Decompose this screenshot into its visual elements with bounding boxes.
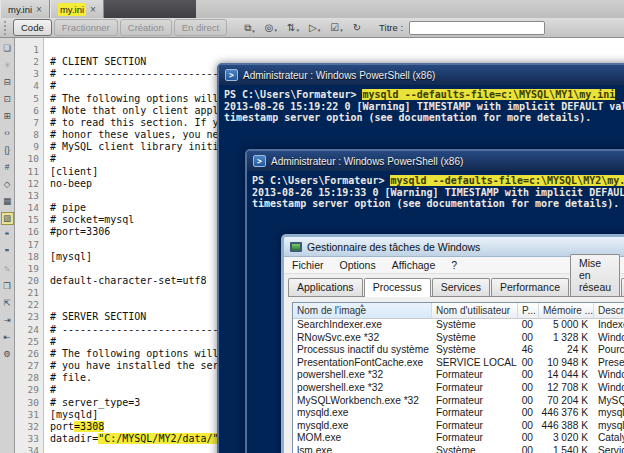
auto-indent-icon[interactable]: ▨ bbox=[1, 212, 14, 225]
table-cell: 00 bbox=[518, 319, 539, 332]
task-manager-title: Gestionnaire des tâches de Windows bbox=[307, 241, 480, 253]
table-cell: RNowSvc.exe *32 bbox=[293, 332, 432, 345]
refresh-icon[interactable]: ↻ bbox=[349, 21, 366, 34]
expand-all-icon[interactable]: ⊞ bbox=[1, 110, 14, 123]
code-line bbox=[50, 44, 624, 56]
line-number: 18 bbox=[15, 251, 39, 263]
table-cell: Windows bbox=[594, 332, 624, 345]
line-number: 12 bbox=[15, 178, 39, 190]
table-row[interactable]: powershell.exe *32Formateur0012 708 KWin… bbox=[293, 382, 624, 395]
table-row[interactable]: RNowSvc.exe *32Système001 328 KWindows bbox=[293, 332, 624, 345]
table-cell: Formateur bbox=[432, 420, 518, 433]
line-number: 21 bbox=[15, 287, 39, 299]
tab-applications[interactable]: Applications bbox=[288, 278, 363, 296]
table-row[interactable]: PresentationFontCache.exeSERVICE LOCAL00… bbox=[293, 357, 624, 370]
powershell-1-title: Administrateur : Windows PowerShell (x86… bbox=[243, 70, 435, 81]
table-row[interactable]: Processus inactif du systèmeSystème4624 … bbox=[293, 344, 624, 357]
processes-panel: Nom de l'image▲Nom d'utilisateurP...Mémo… bbox=[288, 296, 624, 453]
table-row[interactable]: powershell.exe *32Formateur0014 044 KWin… bbox=[293, 369, 624, 382]
syntax-coloring-icon[interactable]: ▦ bbox=[1, 195, 14, 208]
powershell-1-titlebar[interactable]: > Administrateur : Windows PowerShell (x… bbox=[219, 65, 624, 85]
remove-comment-icon[interactable]: ❞ bbox=[1, 246, 14, 259]
view-button-création[interactable]: Création bbox=[120, 19, 172, 36]
tab-services[interactable]: Services bbox=[432, 278, 490, 296]
command-text: mysqld --defaults-file=c:\MYSQL\MY2\my.i… bbox=[390, 175, 624, 186]
close-tab-icon[interactable]: × bbox=[36, 4, 42, 15]
view-button-fractionner[interactable]: Fractionner bbox=[54, 19, 118, 36]
table-row[interactable]: MOM.exeFormateur003 020 KCatalyst bbox=[293, 432, 624, 445]
document-toolbar: CodeFractionnerCréationEn direct ⧉◎⇅▷☑↻ … bbox=[0, 18, 624, 38]
menu-item-?[interactable]: ? bbox=[443, 259, 465, 271]
line-number: 7 bbox=[15, 117, 39, 129]
line-number: 14 bbox=[15, 202, 39, 214]
move-css-rule-icon[interactable]: ⇱ bbox=[1, 297, 14, 310]
collapse-selection-icon[interactable]: ⊡ bbox=[1, 93, 14, 106]
column-header-descripti[interactable]: Descripti... bbox=[594, 303, 624, 319]
check-browser-compat-icon[interactable]: ☑ bbox=[326, 21, 346, 34]
menu-item-options[interactable]: Options bbox=[332, 259, 384, 271]
balance-braces-icon[interactable]: {} bbox=[1, 144, 14, 157]
column-header-mmoire[interactable]: Mémoire ... bbox=[539, 303, 594, 319]
table-row[interactable]: MySQLWorkbench.exe *32Formateur0070 204 … bbox=[293, 395, 624, 408]
powershell-1-console[interactable]: PS C:\Users\Formateur> mysqld --defaults… bbox=[219, 85, 624, 124]
table-cell: mysqld.e bbox=[594, 420, 624, 433]
table-row[interactable]: mysqld.exeFormateur00446 388 Kmysqld.e bbox=[293, 420, 624, 433]
format-source-icon[interactable]: ⚙ bbox=[1, 348, 14, 361]
tab-processus[interactable]: Processus bbox=[364, 278, 431, 297]
table-cell: 1 328 K bbox=[539, 332, 594, 345]
table-row[interactable]: SearchIndexer.exeSystème005 000 KIndexeu… bbox=[293, 319, 624, 332]
line-number: 25 bbox=[15, 336, 39, 348]
table-cell: 00 bbox=[518, 395, 539, 408]
indent-code-icon[interactable]: ⇥ bbox=[1, 314, 14, 327]
highlight-invalid-code-icon[interactable]: ◇ bbox=[1, 178, 14, 191]
preview-in-browser-icon[interactable]: ◎ bbox=[261, 21, 281, 34]
recent-snippets-icon[interactable]: ❒ bbox=[1, 280, 14, 293]
multiscreen-preview-icon[interactable]: ⧉ bbox=[240, 21, 259, 35]
table-cell: 00 bbox=[518, 420, 539, 433]
view-button-en-direct[interactable]: En direct bbox=[174, 19, 228, 36]
table-row[interactable]: lsm.exeSystème001 540 KService d bbox=[293, 445, 624, 453]
document-tab-1[interactable]: my.ini× bbox=[0, 0, 50, 18]
file-management-icon[interactable]: ⇅ bbox=[283, 21, 303, 34]
powershell-2-console[interactable]: PS C:\Users\Formateur> mysqld --defaults… bbox=[247, 171, 624, 210]
line-number: 6 bbox=[15, 105, 39, 117]
column-header-nomdelimage[interactable]: Nom de l'image▲ bbox=[293, 303, 432, 319]
document-tab-2[interactable]: my.ini× bbox=[50, 0, 104, 18]
table-cell: 24 K bbox=[539, 344, 594, 357]
powershell-2-titlebar[interactable]: > Administrateur : Windows PowerShell (x… bbox=[247, 151, 624, 171]
line-number: 31 bbox=[15, 409, 39, 421]
console-output-line: timestamp server option (see documentati… bbox=[224, 112, 624, 124]
apply-comment-icon[interactable]: ❝ bbox=[1, 229, 14, 242]
close-tab-icon[interactable]: × bbox=[90, 4, 96, 15]
table-row[interactable]: mysqld.exeFormateur00446 376 Kmysqld.e bbox=[293, 407, 624, 420]
column-header-p[interactable]: P... bbox=[518, 303, 539, 319]
tabstrip-dark-filler bbox=[94, 0, 196, 18]
title-field-label: Titre : bbox=[379, 22, 403, 33]
select-parent-tag-icon[interactable]: ‹› bbox=[1, 127, 14, 140]
table-cell: MySQL W bbox=[594, 395, 624, 408]
document-title-input[interactable] bbox=[409, 21, 545, 35]
table-cell: Catalyst bbox=[594, 432, 624, 445]
console-output-line: timestamp server option (see documentati… bbox=[252, 198, 624, 210]
table-cell: 00 bbox=[518, 382, 539, 395]
tab-label: my.ini bbox=[58, 3, 86, 16]
collapse-full-tag-icon[interactable]: ⊟ bbox=[1, 76, 14, 89]
line-number: 5 bbox=[15, 93, 39, 105]
menu-item-affichage[interactable]: Affichage bbox=[384, 259, 444, 271]
powershell-2-title: Administrateur : Windows PowerShell (x86… bbox=[271, 156, 463, 167]
preview-debug-icon[interactable]: ▷ bbox=[305, 21, 324, 34]
document-tabstrip: my.ini×my.ini× bbox=[0, 0, 624, 18]
table-cell: powershell.exe *32 bbox=[293, 369, 432, 382]
line-number: 34 bbox=[15, 445, 39, 453]
open-documents-icon[interactable]: ❏ bbox=[1, 42, 14, 55]
menu-item-fichier[interactable]: Fichier bbox=[284, 259, 332, 271]
column-header-nomdutilisateur[interactable]: Nom d'utilisateur bbox=[432, 303, 518, 319]
view-button-code[interactable]: Code bbox=[13, 19, 52, 36]
line-numbers-icon[interactable]: # bbox=[1, 161, 14, 174]
line-number: 24 bbox=[15, 324, 39, 336]
table-cell: Formateur bbox=[432, 369, 518, 382]
table-cell: Formateur bbox=[432, 432, 518, 445]
tab-performance[interactable]: Performance bbox=[491, 278, 569, 296]
outdent-code-icon[interactable]: ⇤ bbox=[1, 331, 14, 344]
tab-mise-en-réseau[interactable]: Mise en réseau bbox=[570, 254, 620, 296]
